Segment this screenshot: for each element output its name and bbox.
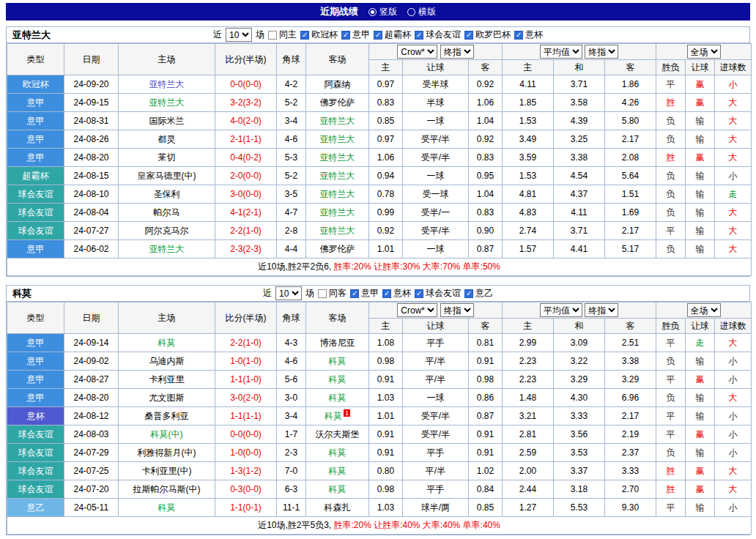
home-team-link[interactable]: 卡利亚里(中) [119,462,215,480]
handicap-away-odds: 0.91 [469,425,503,444]
result-handicap: 输 [686,222,715,240]
away-team-link[interactable]: 亚特兰大 [306,149,369,167]
corner-score: 4-6 [277,130,306,149]
avg-home-odds: 1.27 [503,499,554,517]
home-team-link[interactable]: 国际米兰 [119,112,215,130]
away-team-link[interactable]: 亚特兰大 [306,167,369,185]
away-team-link[interactable]: 阿森纳 [306,75,369,94]
result-handicap: 输 [686,407,715,425]
final-odds-select[interactable]: 终指 [585,45,618,59]
home-team-link[interactable]: 利雅得新月(中) [119,444,215,462]
bookmaker-select[interactable]: Crow* [397,303,437,317]
filter-league[interactable]: 意杯 [382,287,411,300]
subcol-goals-result: 进球数 [715,60,752,75]
handicap-home-odds: 0.98 [369,352,403,371]
avg-away-odds: 5.17 [605,240,656,259]
avg-home-odds: 4.81 [503,185,554,204]
handicap-line: 受平/半 [403,407,469,425]
home-team-link[interactable]: 圣保利 [119,185,215,204]
home-team-link[interactable]: 乌迪内斯 [119,352,215,371]
average-select[interactable]: 平均值 [540,45,582,59]
avg-away-odds: 2.17 [605,130,656,149]
filter-league[interactable]: 球会友谊 [415,29,461,41]
away-team-link[interactable]: 亚特兰大 [306,222,369,240]
match-date: 24-08-27 [64,371,119,389]
away-team-link[interactable]: 科莫 [306,444,369,462]
score-halftime: 3-0(0-0) [215,185,277,204]
filter-label: 意乙 [475,287,493,300]
filter-league[interactable]: 超霸杯 [374,29,411,41]
home-team-link[interactable]: 卡利亚里 [119,371,215,389]
away-team-link[interactable]: 亚特兰大 [306,185,369,204]
col-header-date: 日期 [64,302,119,334]
away-team-link[interactable]: 亚特兰大 [306,112,369,130]
away-team-link[interactable]: 佛罗伦萨 [306,240,369,259]
home-team-link[interactable]: 亚特兰大 [119,75,215,94]
home-team-link[interactable]: 尤文图斯 [119,389,215,407]
handicap-home-odds: 0.91 [369,444,403,462]
col-header-score: 比分(半场) [215,44,277,75]
home-team-link[interactable]: 科莫(中) [119,425,215,444]
bookmaker-select[interactable]: Crow* [397,45,437,59]
handicap-home-odds: 0.99 [369,204,403,222]
avg-home-odds: 3.59 [503,149,554,167]
away-team-link[interactable]: 科莫 [306,480,369,499]
home-team-link[interactable]: 桑普多利亚 [119,407,215,425]
final-odds-select[interactable]: 终指 [440,45,474,59]
layout-radio-vertical[interactable]: 竖版 [368,6,397,18]
filter-league[interactable]: 意杯 [514,29,543,41]
filter-league[interactable]: 球会友谊 [415,287,461,300]
away-team-link[interactable]: 亚特兰大 [306,130,369,149]
filter-league[interactable]: 意甲 [341,29,370,41]
col-header-type: 类型 [7,302,64,334]
filter-league[interactable]: 意甲 [350,287,379,300]
checkbox-checked-icon [514,31,523,40]
league-filter-group: 欧冠杯意甲超霸杯球会友谊欧罗巴杯意杯 [300,29,543,41]
final-odds-select[interactable]: 终指 [585,303,618,317]
recent-count-select[interactable]: 10 [226,28,252,42]
recent-count-select[interactable]: 10 [275,286,302,300]
handicap-away-odds: 0.91 [469,352,503,371]
home-team-link[interactable]: 亚特兰大 [119,94,215,112]
result-handicap: 输 [686,240,715,259]
away-team-link[interactable]: 科森扎 [306,499,369,517]
home-team-link[interactable]: 阿尔克马尔 [119,222,215,240]
match-row: 球会友谊24-07-29利雅得新月(中)1-0(0-0)2-3科莫0.91平手0… [7,444,752,462]
away-team-link[interactable]: 科莫1 [306,407,369,425]
away-team-link[interactable]: 佛罗伦萨 [306,94,369,112]
avg-away-odds: 2.19 [605,425,656,444]
layout-radio-horizontal[interactable]: 横版 [407,6,436,18]
away-team-link[interactable]: 科莫 [306,352,369,371]
home-team-link[interactable]: 亚特兰大 [119,240,215,259]
filter-league[interactable]: 欧罗巴杯 [464,29,511,41]
filter-same-home[interactable]: 同主 [268,29,297,41]
match-date: 24-07-27 [64,222,119,240]
home-team-link[interactable]: 莱切 [119,149,215,167]
away-team-link[interactable]: 科莫 [306,462,369,480]
home-team-link[interactable]: 帕尔马 [119,204,215,222]
scope-select[interactable]: 全场 [687,45,721,59]
average-select[interactable]: 平均值 [540,303,582,317]
result-goals: 大 [715,204,752,222]
filter-label: 超霸杯 [385,29,411,41]
away-team-link[interactable]: 沃尔夫斯堡 [306,425,369,444]
home-team-link[interactable]: 拉斯帕尔马斯(中) [119,480,215,499]
filter-league[interactable]: 意乙 [464,287,493,300]
away-team-link[interactable]: 科莫 [306,371,369,389]
away-team-link[interactable]: 博洛尼亚 [306,334,369,352]
avg-home-odds: 2.59 [503,444,554,462]
avg-away-odds: 2.08 [605,149,656,167]
home-team-link[interactable]: 皇家马德里(中) [119,167,215,185]
home-team-link[interactable]: 都灵 [119,130,215,149]
handicap-away-odds: 0.98 [469,371,503,389]
scope-select[interactable]: 全场 [687,303,721,317]
away-team-link[interactable]: 科莫 [306,389,369,407]
filter-league[interactable]: 欧冠杯 [300,29,338,41]
filter-same-away[interactable]: 同客 [318,287,346,300]
away-team-link[interactable]: 亚特兰大 [306,204,369,222]
home-team-link[interactable]: 科莫 [119,334,215,352]
final-odds-select[interactable]: 终指 [440,303,474,317]
result-goals: 走 [715,185,752,204]
league-type-badge: 意甲 [7,389,64,407]
home-team-link[interactable]: 科莫 [119,499,215,517]
